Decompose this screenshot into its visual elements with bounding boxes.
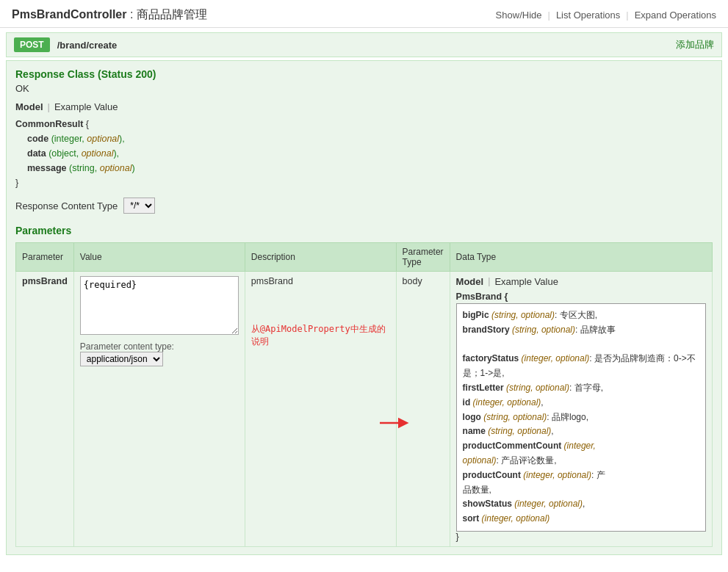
- field-logo: logo (string, optional): 品牌logo,: [463, 410, 699, 425]
- endpoint-path: /brand/create: [57, 40, 118, 51]
- field-name: name (string, optional),: [463, 424, 699, 439]
- field-sort: sort (integer, optional): [463, 512, 699, 526]
- col-data-type: Data Type: [450, 243, 712, 272]
- content-type-label: Response Content Type: [15, 200, 118, 211]
- field-factoryStatus: factoryStatus (integer, optional): 是否为品牌…: [463, 352, 699, 381]
- pmsbrand-model-name: PmsBrand {: [456, 292, 706, 302]
- response-class-title: Response Class (Status 200): [15, 68, 713, 80]
- data-type-cell: Model | Example Value PmsBrand { bigPic …: [450, 272, 712, 547]
- model-field-data: data (object, optional),: [27, 146, 713, 161]
- page-title: PmsBrandController : 商品品牌管理: [12, 7, 207, 23]
- content-type-select[interactable]: */*: [123, 198, 155, 214]
- field-id: id (integer, optional),: [463, 396, 699, 410]
- col-description: Description: [245, 243, 396, 272]
- param-value-cell: {required} Parameter content type: appli…: [73, 272, 245, 547]
- field-productCommentCount: productCommentCount (integer,optional): …: [463, 439, 699, 468]
- pmsbrand-model-box: bigPic (string, optional): 专区大图, brandSt…: [456, 303, 706, 532]
- model-tabs: Model | Example Value: [15, 101, 713, 112]
- header-actions: Show/Hide | List Operations | Expand Ope…: [496, 10, 716, 21]
- inner-tab-model[interactable]: Model: [456, 276, 484, 287]
- table-row: pmsBrand {required} Parameter content ty…: [16, 272, 713, 547]
- tab-example-value[interactable]: Example Value: [54, 101, 118, 112]
- parameters-title: Parameters: [15, 225, 713, 236]
- field-brandStory: brandStory (string, optional): 品牌故事: [463, 323, 699, 338]
- field-productCount: productCount (integer, optional): 产品数量,: [463, 468, 699, 498]
- col-parameter: Parameter: [16, 243, 74, 272]
- red-arrow-icon: [380, 413, 409, 433]
- model-field-message: message (string, optional): [27, 161, 713, 175]
- endpoint-note: 添加品牌: [676, 38, 714, 51]
- inner-tab-example[interactable]: Example Value: [494, 276, 558, 287]
- response-ok: OK: [15, 83, 713, 94]
- param-type-cell: body: [396, 272, 450, 547]
- common-result-model: CommonResult { code (integer, optional),…: [15, 117, 713, 190]
- show-hide-link[interactable]: Show/Hide: [496, 10, 542, 21]
- annotation-note: 从@ApiModelProperty中生成的说明: [251, 323, 390, 348]
- col-param-type: Parameter Type: [396, 243, 450, 272]
- field-firstLetter: firstLetter (string, optional): 首字母,: [463, 381, 699, 396]
- main-section: Response Class (Status 200) OK Model | E…: [6, 60, 722, 555]
- parameters-table: Parameter Value Description Parameter Ty…: [15, 242, 713, 547]
- response-content-type: Response Content Type */*: [15, 198, 713, 214]
- expand-operations-link[interactable]: Expand Operations: [635, 10, 716, 21]
- response-messages-title: Response Messages: [0, 564, 728, 572]
- field-bigPic: bigPic (string, optional): 专区大图,: [463, 308, 699, 323]
- endpoint-bar: POST /brand/create 添加品牌: [6, 32, 722, 57]
- model-field-code: code (integer, optional),: [27, 131, 713, 146]
- param-name: pmsBrand: [22, 276, 68, 286]
- model-name: CommonResult: [15, 119, 83, 129]
- page-header: PmsBrandController : 商品品牌管理 Show/Hide | …: [0, 0, 728, 28]
- content-type-dropdown[interactable]: application/json: [80, 352, 163, 366]
- param-content-type: Parameter content type: application/json: [80, 341, 239, 366]
- controller-name: PmsBrandController: [12, 8, 126, 21]
- post-badge: POST: [14, 37, 50, 52]
- param-description-cell: pmsBrand 从@ApiModelProperty中生成的说明: [245, 272, 396, 547]
- tab-model[interactable]: Model: [15, 101, 43, 112]
- inner-model-tabs: Model | Example Value: [456, 276, 706, 287]
- list-operations-link[interactable]: List Operations: [556, 10, 620, 21]
- param-name-cell: pmsBrand: [16, 272, 74, 547]
- field-showStatus: showStatus (integer, optional),: [463, 497, 699, 512]
- col-value: Value: [73, 243, 245, 272]
- param-value-textarea[interactable]: {required}: [80, 276, 239, 335]
